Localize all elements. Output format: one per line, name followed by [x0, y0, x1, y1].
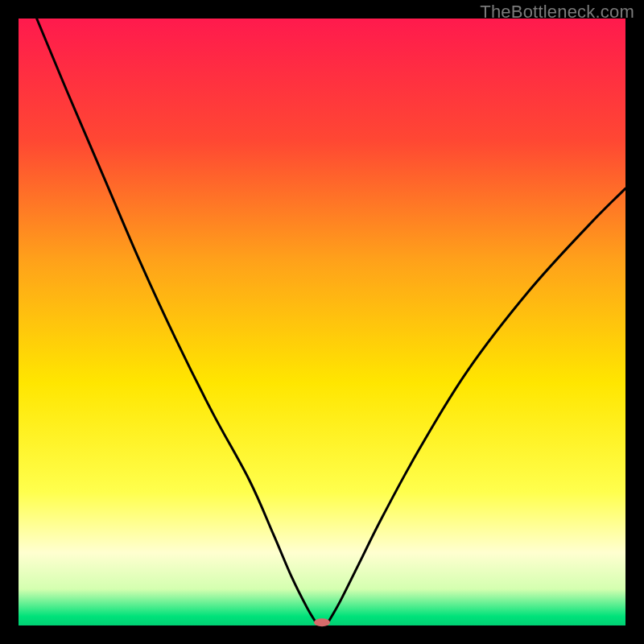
optimal-marker — [314, 618, 330, 626]
bottleneck-chart — [0, 0, 644, 644]
chart-frame: TheBottleneck.com — [0, 0, 644, 644]
watermark-text: TheBottleneck.com — [480, 2, 634, 23]
plot-background — [19, 19, 625, 625]
